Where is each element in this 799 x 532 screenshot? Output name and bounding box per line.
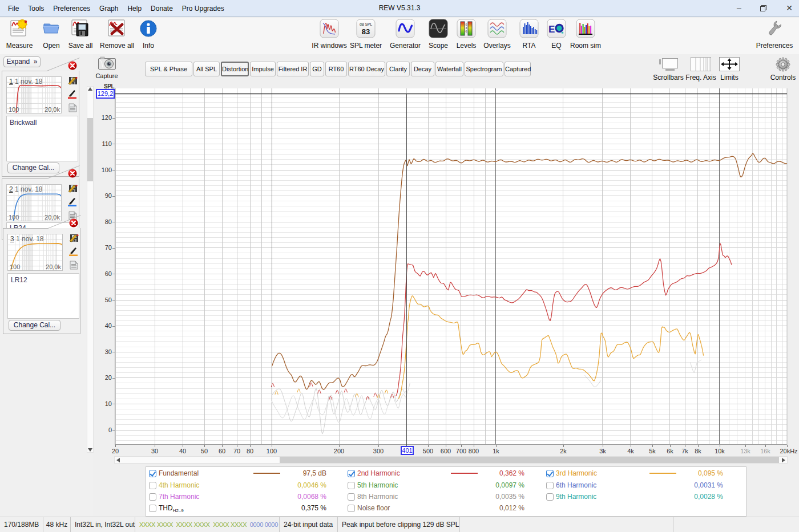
svg-text:83: 83 <box>362 27 370 36</box>
